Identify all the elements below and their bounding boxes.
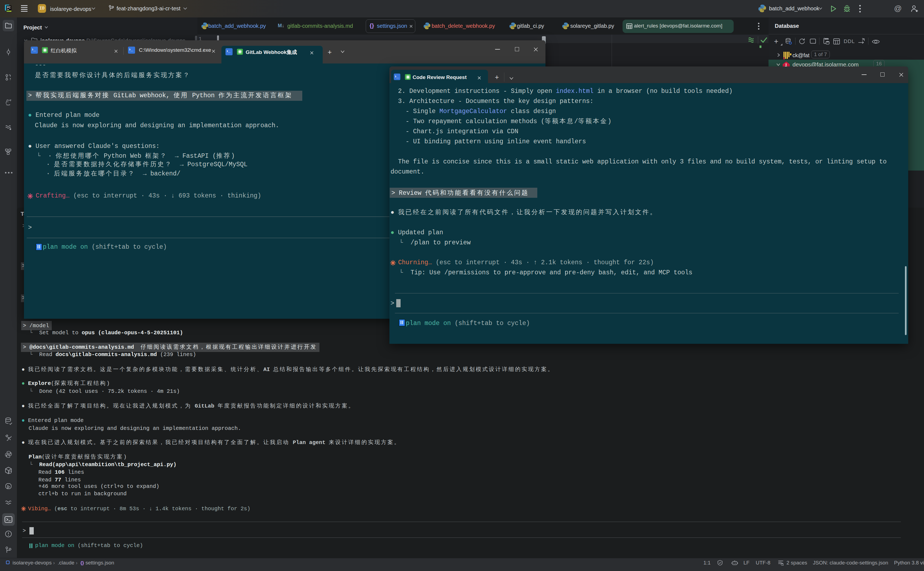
svg-text:?: ? — [9, 78, 11, 81]
